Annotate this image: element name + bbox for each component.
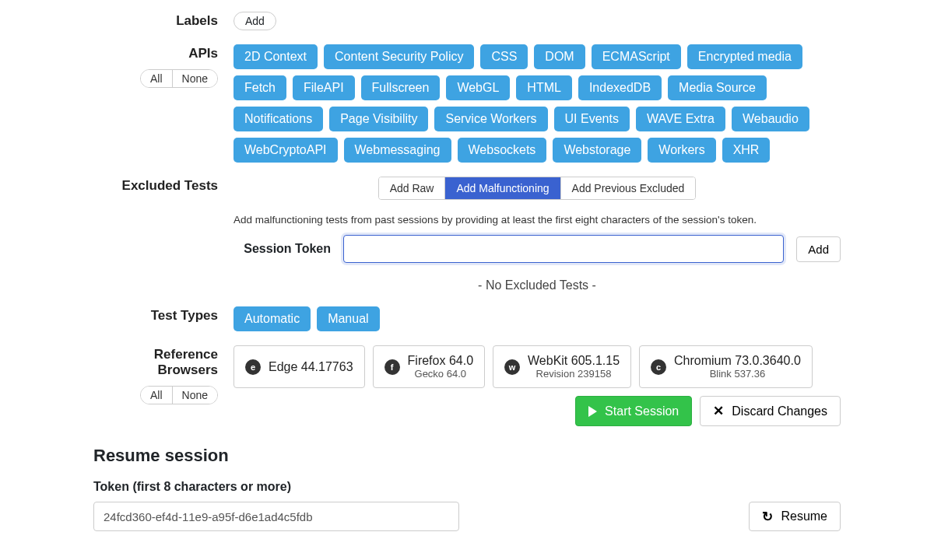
action-row: Start Session ✕ Discard Changes <box>234 396 841 426</box>
api-chip[interactable]: Webmessaging <box>344 138 451 163</box>
browser-name: Chromium 73.0.3640.0 <box>674 354 801 368</box>
browser-card[interactable]: eEdge 44.17763 <box>234 345 365 388</box>
browser-card[interactable]: fFirefox 64.0Gecko 64.0 <box>373 345 485 388</box>
resume-token-label: Token (first 8 characters or more) <box>93 480 841 494</box>
api-chip[interactable]: UI Events <box>554 107 630 131</box>
browser-icon: c <box>651 359 666 375</box>
api-chip[interactable]: Page Visibility <box>329 107 428 131</box>
refbrowsers-allnone-group: All None <box>140 386 218 404</box>
api-chip[interactable]: HTML <box>516 75 572 100</box>
api-chip[interactable]: ECMAScript <box>592 44 681 69</box>
browser-card[interactable]: wWebKit 605.1.15Revision 239158 <box>493 345 631 388</box>
test-types-title: Test Types <box>151 308 218 323</box>
no-excluded-tests: - No Excluded Tests - <box>234 278 841 292</box>
api-chip[interactable]: IndexedDB <box>578 75 662 100</box>
api-chip[interactable]: FileAPI <box>293 75 355 100</box>
row-ref-browsers: Reference Browsers All None eEdge 44.177… <box>93 345 841 426</box>
api-chip[interactable]: Websockets <box>458 138 547 163</box>
apis-title: APIs <box>188 46 218 61</box>
test-type-chip[interactable]: Manual <box>317 306 379 331</box>
row-test-types: Test Types AutomaticManual <box>93 306 841 331</box>
browser-name: Edge 44.17763 <box>269 360 353 374</box>
apis-allnone-group: All None <box>140 69 218 88</box>
excluded-add-raw-button[interactable]: Add Raw <box>379 177 445 199</box>
test-type-chip[interactable]: Automatic <box>234 306 311 331</box>
discard-changes-button[interactable]: ✕ Discard Changes <box>700 396 841 426</box>
row-excluded: Excluded Tests Add Raw Add Malfunctionin… <box>93 177 841 292</box>
api-chip[interactable]: Fullscreen <box>361 75 441 100</box>
resume-token-input[interactable] <box>93 502 459 531</box>
excluded-add-malfunctioning-button[interactable]: Add Malfunctioning <box>444 177 560 199</box>
session-token-label: Session Token <box>234 242 331 256</box>
browser-card-list: eEdge 44.17763fFirefox 64.0Gecko 64.0wWe… <box>234 345 841 388</box>
api-chip[interactable]: Encrypted media <box>687 44 802 69</box>
api-chip[interactable]: Webaudio <box>732 107 809 131</box>
labels-title: Labels <box>176 13 218 28</box>
excluded-token-row: Session Token Add <box>234 235 841 263</box>
api-chip[interactable]: WebGL <box>446 75 510 100</box>
resume-heading: Resume session <box>93 446 841 466</box>
api-chip[interactable]: Webstorage <box>553 138 641 163</box>
apis-chip-list: 2D ContextContent Security PolicyCSSDOME… <box>234 44 841 163</box>
api-chip[interactable]: Media Source <box>668 75 767 100</box>
session-token-input[interactable] <box>343 235 784 263</box>
api-chip[interactable]: XHR <box>722 138 771 163</box>
resume-section: Resume session Token (first 8 characters… <box>93 446 841 531</box>
api-chip[interactable]: DOM <box>534 44 585 69</box>
row-labels: Labels Add <box>93 12 841 30</box>
excluded-segment-group: Add Raw Add Malfunctioning Add Previous … <box>378 177 697 200</box>
api-chip[interactable]: Service Workers <box>434 107 547 131</box>
test-types-chip-list: AutomaticManual <box>234 306 841 331</box>
api-chip[interactable]: Workers <box>648 138 715 163</box>
api-chip[interactable]: WAVE Extra <box>636 107 725 131</box>
api-chip[interactable]: Content Security Policy <box>324 44 474 69</box>
api-chip[interactable]: 2D Context <box>234 44 318 69</box>
browser-name: WebKit 605.1.15 <box>528 354 620 368</box>
browser-sub: Blink 537.36 <box>710 368 766 380</box>
row-apis: APIs All None 2D ContextContent Security… <box>93 44 841 163</box>
ref-browsers-title: Reference Browsers <box>154 347 218 377</box>
browser-icon: e <box>245 359 261 375</box>
discard-changes-label: Discard Changes <box>732 404 827 418</box>
api-chip[interactable]: WebCryptoAPI <box>234 138 338 163</box>
resume-button-label: Resume <box>781 509 827 523</box>
close-icon: ✕ <box>713 403 724 419</box>
labels-add-button[interactable]: Add <box>234 12 276 30</box>
browser-icon: w <box>504 359 520 375</box>
excluded-help-text: Add malfunctioning tests from past sessi… <box>234 214 841 226</box>
session-token-add-button[interactable]: Add <box>796 236 841 262</box>
play-icon <box>588 406 597 417</box>
browser-icon: f <box>384 359 400 375</box>
start-session-label: Start Session <box>605 404 679 418</box>
refbrowsers-none-button[interactable]: None <box>172 387 217 404</box>
api-chip[interactable]: Notifications <box>234 107 323 131</box>
apis-all-button[interactable]: All <box>141 70 172 87</box>
browser-sub: Gecko 64.0 <box>415 368 467 380</box>
start-session-button[interactable]: Start Session <box>575 396 692 426</box>
refbrowsers-all-button[interactable]: All <box>141 387 172 404</box>
api-chip[interactable]: CSS <box>480 44 528 69</box>
excluded-title: Excluded Tests <box>122 178 218 193</box>
browser-card[interactable]: cChromium 73.0.3640.0Blink 537.36 <box>639 345 813 388</box>
api-chip[interactable]: Fetch <box>234 75 286 100</box>
excluded-add-previous-button[interactable]: Add Previous Excluded <box>560 177 696 199</box>
browser-name: Firefox 64.0 <box>408 354 473 368</box>
apis-none-button[interactable]: None <box>172 70 217 87</box>
reload-icon: ↻ <box>762 509 773 525</box>
browser-sub: Revision 239158 <box>536 368 612 380</box>
resume-button[interactable]: ↻ Resume <box>749 502 841 531</box>
